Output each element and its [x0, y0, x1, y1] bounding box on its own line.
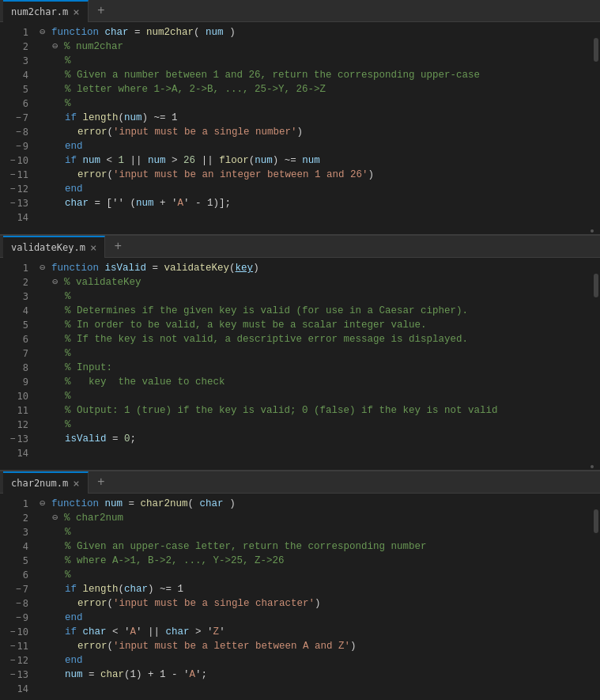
token-fold: ⊖	[40, 27, 51, 38]
code-line: % Output: 1 (true) if the key is valid; …	[40, 403, 592, 418]
token-fn: validateKey	[164, 263, 230, 274]
token-kw: end	[65, 655, 83, 666]
line-num: 11	[0, 403, 33, 418]
tab-close-button[interactable]: ×	[73, 478, 79, 489]
line-num: 5	[0, 82, 33, 96]
tab-bar: validateKey.m×+	[0, 236, 600, 258]
token-op: (1) + 1 - '	[124, 669, 190, 680]
token-kw: function	[51, 263, 105, 274]
scrollbar-area[interactable]	[592, 494, 600, 699]
line-num: −13	[0, 196, 33, 210]
token-var: key	[236, 263, 254, 274]
token-fn: char2num	[141, 498, 188, 509]
token-str: 'input must be a single number'	[113, 127, 297, 138]
code-line: % where A->1, B->2, ..., Y->25, Z->26	[40, 554, 592, 568]
token-op: '	[219, 626, 225, 638]
token-op: ' ||	[136, 626, 166, 638]
token-op: <	[100, 155, 119, 166]
line-num: 1	[0, 497, 33, 511]
line-num: 3	[0, 525, 33, 539]
token-str: 'input must be an integer between 1 and …	[113, 169, 368, 180]
token-op: (	[108, 641, 114, 652]
token-op: )	[350, 641, 357, 652]
token-var: num	[148, 155, 166, 166]
line-num: −10	[0, 625, 33, 639]
tab[interactable]: validateKey.m×	[3, 236, 105, 258]
code-line: isValid = 0;	[40, 432, 592, 446]
token-op: (	[108, 127, 114, 138]
code-line	[40, 446, 592, 460]
minus-indicator: −	[10, 653, 16, 668]
token-op: (	[108, 169, 114, 180]
minus-indicator: −	[16, 139, 21, 153]
token-var: num	[105, 498, 123, 509]
line-num: 8	[0, 361, 33, 375]
line-num: −9	[0, 611, 33, 625]
code-line: error('input must be a single character'…	[40, 596, 592, 611]
token-op: ) ~= 1	[148, 584, 183, 595]
code-line: % key the value to check	[40, 375, 592, 389]
tab[interactable]: char2num.m×	[3, 471, 89, 494]
token-op: =	[129, 27, 147, 38]
resize-dot	[591, 465, 594, 468]
tab-filename: validateKey.m	[11, 242, 85, 253]
line-num: 2	[0, 511, 33, 525]
token-comment: % num2char	[64, 41, 123, 52]
token-comment: % Given a number between 1 and 26, retur…	[65, 70, 480, 81]
tab[interactable]: num2char.m×	[3, 0, 89, 22]
minus-indicator: −	[10, 639, 16, 653]
line-num: −12	[0, 182, 33, 196]
token-fold: ⊖	[40, 498, 51, 509]
token-fn: error	[77, 641, 108, 652]
code-line: ⊖ function isValid = validateKey(key)	[40, 261, 592, 275]
tab-add-button[interactable]: +	[92, 473, 111, 492]
tab-close-button[interactable]: ×	[73, 6, 79, 17]
minus-indicator: −	[16, 111, 21, 125]
minus-indicator: −	[10, 668, 16, 682]
token-op: (	[108, 598, 114, 609]
token-fn: error	[77, 127, 108, 138]
code-area: 123456−7−8−9−10−11−12−1314⊖ function cha…	[0, 22, 600, 228]
line-num: 10	[0, 389, 33, 403]
scrollbar-thumb[interactable]	[594, 274, 598, 297]
token-op: ) ~= 1	[142, 112, 178, 123]
code-line: ⊖ % validateKey	[40, 275, 592, 289]
code-line: ⊖ % char2num	[40, 511, 592, 525]
code-line: error('input must be a single number')	[40, 125, 592, 139]
code-line: if char < 'A' || char > 'Z'	[40, 625, 592, 639]
code-line: %	[40, 54, 592, 68]
token-kw: end	[65, 612, 83, 623]
token-comment: % char2num	[64, 513, 123, 524]
token-fold: ⊖	[40, 263, 51, 274]
tab-add-button[interactable]: +	[108, 237, 127, 256]
token-op: )	[224, 27, 236, 38]
token-op: )	[224, 498, 236, 509]
line-num: 2	[0, 40, 33, 54]
token-kw: if	[65, 584, 83, 595]
line-num: 14	[0, 210, 33, 225]
token-comment: %	[65, 569, 71, 581]
token-var: char	[124, 584, 148, 595]
token-comment: %	[65, 98, 71, 109]
token-op: (	[194, 27, 206, 38]
token-comment: % letter where 1->A, 2->B, ..., 25->Y, 2…	[65, 84, 326, 95]
line-num: 6	[0, 332, 33, 346]
tab-bar: char2num.m×+	[0, 471, 600, 494]
token-comment: %	[65, 55, 71, 66]
scrollbar-thumb[interactable]	[594, 38, 598, 62]
line-num: 4	[0, 539, 33, 554]
tab-close-button[interactable]: ×	[90, 242, 96, 253]
code-area: 123456−7−8−9−10−11−12−1314⊖ function num…	[0, 494, 600, 699]
pane-footer	[0, 228, 600, 234]
scrollbar-thumb[interactable]	[594, 509, 598, 533]
token-var: char	[200, 498, 224, 509]
token-comment: %	[65, 348, 71, 359]
scrollbar-area[interactable]	[592, 258, 600, 464]
code-line: end	[40, 139, 592, 153]
token-var: num	[136, 198, 154, 209]
scrollbar-area[interactable]	[592, 22, 600, 228]
code-line: ⊖ % num2char	[40, 40, 592, 54]
code-line: % Input:	[40, 361, 592, 375]
line-num: 3	[0, 289, 33, 304]
tab-add-button[interactable]: +	[92, 2, 111, 21]
